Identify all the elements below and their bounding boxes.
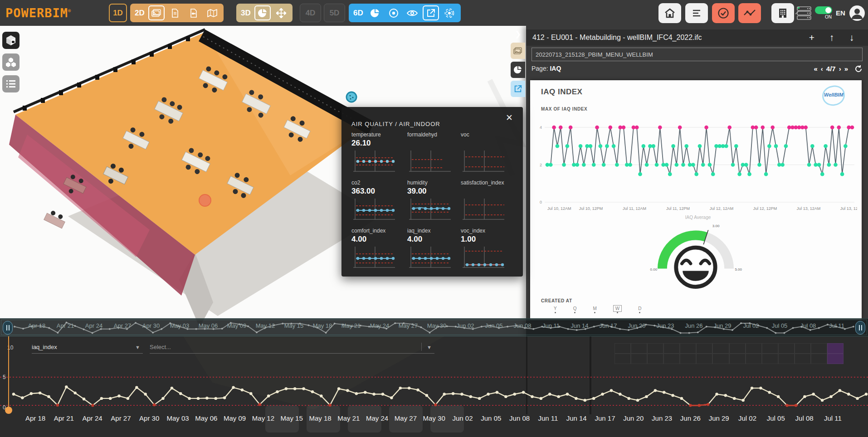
- slicer-m[interactable]: M: [593, 306, 596, 313]
- mode-6d-label[interactable]: 6D: [352, 9, 365, 18]
- tab-external-link[interactable]: [511, 81, 525, 97]
- metric-sparkline: [351, 197, 397, 221]
- target-icon[interactable]: [385, 5, 402, 20]
- photos-icon[interactable]: [148, 5, 165, 20]
- pie-chart-icon[interactable]: [254, 5, 271, 20]
- check-circle-button[interactable]: [712, 3, 735, 23]
- timeline-date: Jul 08: [800, 322, 816, 329]
- add-icon[interactable]: +: [802, 32, 822, 43]
- report-name-input[interactable]: [532, 48, 863, 61]
- svg-text:Jul 12, 12AM: Jul 12, 12AM: [710, 206, 734, 211]
- building-button[interactable]: [771, 3, 794, 23]
- axis-date: May 30: [423, 414, 445, 422]
- properties-list-button[interactable]: [2, 75, 20, 92]
- air-quality-popup: AIR QUALITY / AIR_INDOOR ✕ temperature26…: [341, 107, 523, 277]
- map-icon[interactable]: [204, 5, 220, 20]
- eye-icon[interactable]: [404, 5, 420, 20]
- timeline-date: May 06: [199, 322, 218, 329]
- timeline-date: Jul 05: [772, 322, 788, 329]
- collapse-panel-button[interactable]: ❯: [511, 28, 525, 40]
- mode-5d-button[interactable]: 5D: [324, 4, 345, 22]
- metric-card: iaq_index4.00: [407, 228, 461, 271]
- mode-6d-group: 6D: [349, 4, 461, 22]
- components-button[interactable]: [2, 53, 20, 71]
- page-label: Page:: [532, 65, 548, 72]
- chart-title: MAX OF IAQ INDEX: [541, 107, 587, 112]
- pie-chart-icon[interactable]: [367, 5, 383, 20]
- slicer-q[interactable]: Q: [573, 306, 577, 313]
- metric-card: satisfaction_index: [461, 180, 515, 223]
- user-avatar[interactable]: [849, 5, 865, 23]
- refresh-icon[interactable]: [854, 65, 863, 74]
- mode-3d-group: 3D: [236, 4, 293, 22]
- app-logo: POWERBIM®: [5, 6, 71, 20]
- svg-text:0: 0: [540, 200, 542, 204]
- axis-date: Jun 11: [538, 414, 558, 422]
- metric-card: humidity39.00: [407, 180, 461, 223]
- servers-icon[interactable]: [794, 6, 814, 22]
- metric-sparkline: [351, 245, 397, 269]
- external-link-icon[interactable]: [423, 5, 439, 20]
- metric-sparkline: [461, 149, 506, 173]
- mode-2d-label[interactable]: 2D: [133, 9, 146, 18]
- timeline-date: May 03: [170, 322, 190, 329]
- range-handle-right[interactable]: [855, 321, 865, 335]
- metric-sparkline: [407, 149, 453, 173]
- slicer-y[interactable]: Y: [554, 306, 557, 313]
- axis-date: Jun 05: [481, 414, 501, 422]
- pan-move-icon[interactable]: [273, 5, 289, 20]
- trend-chart-button[interactable]: [738, 3, 761, 23]
- axis-date: Apr 18: [25, 414, 45, 422]
- close-icon[interactable]: ✕: [506, 112, 513, 123]
- axis-date: Jun 14: [566, 414, 587, 422]
- tab-pie-chart[interactable]: [511, 62, 525, 78]
- smiley-face: [676, 248, 715, 286]
- axis-date: May 24: [366, 414, 388, 422]
- toggle-state-label: ON: [825, 15, 836, 19]
- mode-4d-button[interactable]: 4D: [300, 4, 321, 22]
- download-arrow-icon[interactable]: ↓: [842, 32, 862, 43]
- svg-text:Jul 11, 12PM: Jul 11, 12PM: [666, 206, 690, 211]
- alert-marker[interactable]: [199, 194, 211, 206]
- sensor-marker[interactable]: [346, 92, 356, 102]
- upload-arrow-icon[interactable]: ↑: [822, 32, 842, 43]
- timeline-date: Apr 21: [57, 322, 74, 329]
- timeline-date: Jul 02: [743, 322, 759, 329]
- axis-date: May 09: [224, 414, 246, 422]
- menu-list-button[interactable]: [685, 3, 708, 23]
- axis-date: Jul 02: [738, 414, 756, 422]
- timeline-date: May 30: [427, 322, 447, 329]
- axis-date: May 06: [195, 414, 217, 422]
- metric-label: temperature: [351, 131, 407, 138]
- home-button[interactable]: [658, 3, 681, 23]
- bottom-chart-panel: 10 iaq_index ▼ Select... ▼ 5 0 Apr 18Apr…: [0, 336, 868, 437]
- model-header: 412 - EU001 - Metabuilding - wellBIM_IFC…: [526, 29, 868, 46]
- first-page-button[interactable]: «: [814, 65, 817, 73]
- next-page-button[interactable]: ›: [839, 65, 841, 73]
- slicer-w[interactable]: W: [613, 306, 622, 313]
- metric-label: comfort_index: [351, 228, 407, 234]
- metric-label: co2: [351, 180, 407, 186]
- sensor-settings-icon[interactable]: [441, 5, 458, 20]
- last-page-button[interactable]: »: [844, 65, 848, 73]
- document-icon[interactable]: [167, 5, 183, 20]
- mode-1d-button[interactable]: 1D: [109, 4, 127, 22]
- page-name: IAQ: [550, 65, 561, 72]
- metric-sparkline: [351, 149, 397, 173]
- power-toggle[interactable]: ON: [815, 6, 836, 20]
- video-document-icon[interactable]: [185, 5, 202, 20]
- metric-value: 4.00: [407, 235, 461, 244]
- range-handle-left[interactable]: [3, 321, 13, 335]
- tab-photos[interactable]: [511, 43, 525, 59]
- language-selector[interactable]: EN: [836, 9, 845, 17]
- viewer-tools: [2, 32, 20, 92]
- svg-text:Jul 13, 12PM: Jul 13, 12PM: [840, 206, 857, 211]
- top-toolbar: POWERBIM® 1D 2D 3D 4D 5D 6D: [0, 0, 868, 26]
- metric-sparkline: [407, 197, 453, 221]
- model-cube-button[interactable]: [2, 32, 20, 49]
- powerbi-report: IAQ INDEX WellBIM MAX OF IAQ INDEX 420Ju…: [530, 80, 862, 320]
- prev-page-button[interactable]: ‹: [821, 65, 823, 73]
- mode-3d-label[interactable]: 3D: [239, 9, 252, 18]
- slicer-d[interactable]: D: [638, 306, 641, 313]
- timeline-scrubber[interactable]: Apr 18Apr 21Apr 24Apr 27Apr 30May 03May …: [0, 318, 868, 336]
